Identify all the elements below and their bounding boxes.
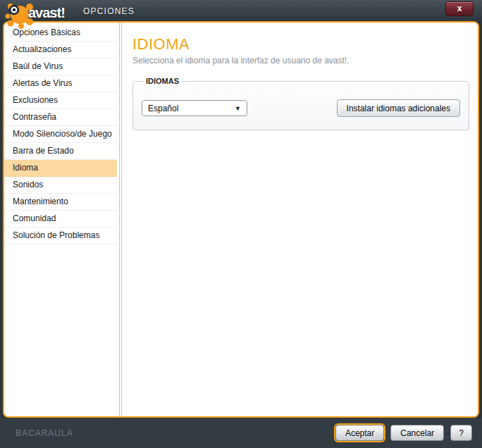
footer-buttons: Aceptar Cancelar ? — [335, 425, 472, 441]
idioma-panel: IDIOMA Selecciona el idioma para la inte… — [123, 23, 478, 416]
sidebar-item-exclusiones[interactable]: Exclusiones — [4, 92, 117, 109]
sidebar-divider — [119, 23, 122, 416]
sidebar-item-idioma[interactable]: Idioma — [4, 160, 117, 177]
idiomas-groupbox: IDIOMAS Español ▼ Instalar idiomas adici… — [132, 77, 469, 130]
window-title: OPCIONES — [83, 6, 135, 16]
language-dropdown-value: Español — [148, 104, 178, 113]
footer-bar: BACARAULA Aceptar Cancelar ? — [0, 418, 482, 448]
sidebar-item-actualizaciones[interactable]: Actualizaciones — [4, 42, 117, 58]
options-dialog-body: Opciones Básicas Actualizaciones Baúl de… — [3, 21, 479, 418]
close-button[interactable]: x — [445, 1, 474, 16]
help-button[interactable]: ? — [450, 425, 472, 441]
sidebar-item-solucion-de-problemas[interactable]: Solución de Problemas — [4, 228, 117, 244]
install-languages-button[interactable]: Instalar idiomas adicionales — [337, 99, 460, 117]
language-dropdown[interactable]: Español ▼ — [142, 100, 247, 116]
accept-button[interactable]: Aceptar — [335, 425, 384, 441]
sidebar-item-contrasena[interactable]: Contraseña — [4, 109, 117, 126]
sidebar-item-comunidad[interactable]: Comunidad — [4, 211, 117, 228]
brand-wordmark: avast! — [28, 5, 65, 21]
cancel-button[interactable]: Cancelar — [390, 425, 444, 441]
options-sidebar: Opciones Básicas Actualizaciones Baúl de… — [4, 23, 117, 416]
sidebar-item-baul-de-virus[interactable]: Baúl de Virus — [4, 58, 117, 75]
page-title: IDIOMA — [132, 35, 468, 54]
sidebar-item-barra-de-estado[interactable]: Barra de Estado — [4, 143, 117, 160]
sidebar-item-mantenimiento[interactable]: Mantenimiento — [4, 194, 117, 211]
sidebar-item-sonidos[interactable]: Sonidos — [4, 177, 117, 194]
sidebar-item-alertas-de-virus[interactable]: Alertas de Virus — [4, 75, 117, 92]
chevron-down-icon: ▼ — [235, 105, 241, 112]
sidebar-item-modo-silencioso[interactable]: Modo Silencioso/de Juego — [4, 126, 117, 143]
footer-user-label: BACARAULA — [16, 428, 73, 438]
idiomas-groupbox-legend: IDIOMAS — [143, 77, 182, 85]
page-subtitle: Selecciona el idioma para la interfaz de… — [132, 56, 468, 66]
language-field-row: Español ▼ Instalar idiomas adicionales — [142, 99, 460, 117]
